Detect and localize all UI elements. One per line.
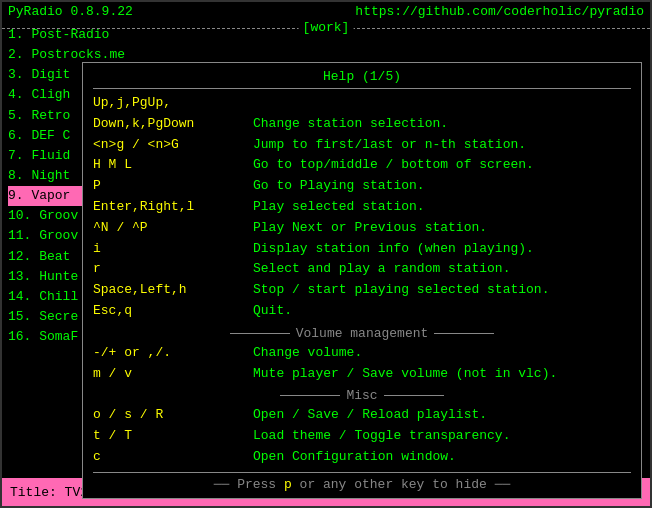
help-key: ^N / ^P xyxy=(93,218,253,239)
help-key: <n>g / <n>G xyxy=(93,135,253,156)
help-desc: Jump to first/last or n-th station. xyxy=(253,135,631,156)
help-key: Space,Left,h xyxy=(93,280,253,301)
help-key: i xyxy=(93,239,253,260)
help-desc: Go to Playing station. xyxy=(253,176,631,197)
app-title: PyRadio 0.8.9.22 xyxy=(8,4,133,19)
help-desc: Play Next or Previous station. xyxy=(253,218,631,239)
help-key: -/+ or ,/. xyxy=(93,343,253,364)
help-footer: ── Press p or any other key to hide ── xyxy=(93,472,631,492)
help-key: Down,k,PgDown xyxy=(93,114,253,135)
help-footer-text: ── Press p or any other key to hide ── xyxy=(214,477,510,492)
help-desc: Play selected station. xyxy=(253,197,631,218)
help-row: o / s / R Open / Save / Reload playlist. xyxy=(93,405,631,426)
help-row: -/+ or ,/. Change volume. xyxy=(93,343,631,364)
help-key: m / v xyxy=(93,364,253,385)
help-desc: Quit. xyxy=(253,301,631,322)
help-row: Up,j,PgUp, xyxy=(93,93,631,114)
help-key: o / s / R xyxy=(93,405,253,426)
help-desc: Display station info (when playing). xyxy=(253,239,631,260)
help-row: c Open Configuration window. xyxy=(93,447,631,468)
github-link[interactable]: https://github.com/coderholic/pyradio xyxy=(355,4,644,19)
help-title: Help (1/5) xyxy=(93,69,631,84)
help-row: Enter,Right,l Play selected station. xyxy=(93,197,631,218)
help-desc: Mute player / Save volume (not in vlc). xyxy=(253,364,631,385)
volume-section-label: Volume management xyxy=(93,326,631,341)
help-row: r Select and play a random station. xyxy=(93,259,631,280)
help-key: Enter,Right,l xyxy=(93,197,253,218)
misc-section-label: Misc xyxy=(93,388,631,403)
help-desc: Change volume. xyxy=(253,343,631,364)
work-label: [work] xyxy=(299,20,354,35)
help-desc: Go to top/middle / bottom of screen. xyxy=(253,155,631,176)
help-key: c xyxy=(93,447,253,468)
help-key: Esc,q xyxy=(93,301,253,322)
help-row: t / T Load theme / Toggle transparency. xyxy=(93,426,631,447)
help-desc: Change station selection. xyxy=(253,114,631,135)
help-row: P Go to Playing station. xyxy=(93,176,631,197)
top-bar: PyRadio 0.8.9.22 https://github.com/code… xyxy=(2,2,650,21)
help-key: Up,j,PgUp, xyxy=(93,93,253,114)
help-row: Down,k,PgDown Change station selection. xyxy=(93,114,631,135)
help-key: P xyxy=(93,176,253,197)
help-row: Space,Left,h Stop / start playing select… xyxy=(93,280,631,301)
help-key: H M L xyxy=(93,155,253,176)
help-overlay: Help (1/5) Up,j,PgUp, Down,k,PgDown Chan… xyxy=(82,62,642,499)
help-key: r xyxy=(93,259,253,280)
help-desc: Stop / start playing selected station. xyxy=(253,280,631,301)
help-desc: Open Configuration window. xyxy=(253,447,631,468)
help-row: i Display station info (when playing). xyxy=(93,239,631,260)
help-row: H M L Go to top/middle / bottom of scree… xyxy=(93,155,631,176)
help-row: m / v Mute player / Save volume (not in … xyxy=(93,364,631,385)
help-key: t / T xyxy=(93,426,253,447)
help-row: Esc,q Quit. xyxy=(93,301,631,322)
help-row: ^N / ^P Play Next or Previous station. xyxy=(93,218,631,239)
help-desc: Select and play a random station. xyxy=(253,259,631,280)
help-desc: Open / Save / Reload playlist. xyxy=(253,405,631,426)
help-desc: Load theme / Toggle transparency. xyxy=(253,426,631,447)
help-row: <n>g / <n>G Jump to first/last or n-th s… xyxy=(93,135,631,156)
screen: PyRadio 0.8.9.22 https://github.com/code… xyxy=(0,0,652,508)
help-desc xyxy=(253,93,631,114)
